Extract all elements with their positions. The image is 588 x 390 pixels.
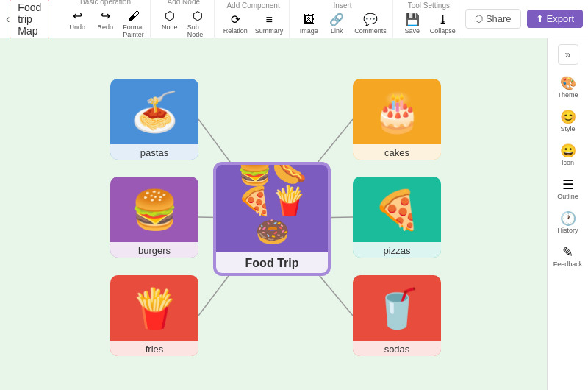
style-icon: 😊: [560, 110, 576, 124]
undo-icon: ↩: [73, 9, 82, 23]
sidebar: » 🎨 Theme 😊 Style 😀 Icon ☰ Outline 🕐 His…: [547, 38, 588, 390]
format-painter-label: Format Painter: [123, 24, 144, 38]
center-icon-area: 🍔🌭 🍕🍟 🍩: [216, 162, 328, 252]
comments-label: Comments: [354, 27, 387, 35]
icon-label: Icon: [562, 159, 574, 166]
toolbar-relation[interactable]: ⟳ Relation: [220, 11, 251, 36]
sidebar-toggle[interactable]: »: [558, 44, 578, 65]
summary-icon: ≡: [265, 13, 272, 26]
subnode-label: Sub Node: [187, 24, 208, 38]
burgers-icon-area: 🍔: [110, 177, 198, 242]
node-burgers[interactable]: 🍔 burgers: [110, 177, 198, 258]
sidebar-item-outline[interactable]: ☰ Outline: [548, 174, 588, 205]
toolbar-comments[interactable]: 💬 Comments: [351, 11, 390, 36]
toolbar-group-basic: Basic operation ↩ Undo ↪ Redo 🖌 Format P…: [61, 0, 151, 41]
toolbar: ‹ Food trip Map ↑ Basic operation ↩ Undo…: [0, 0, 588, 38]
export-icon: ⬆: [536, 13, 544, 24]
sidebar-item-feedback[interactable]: ✎ Feedback: [548, 241, 588, 272]
main-area: 🍝 pastas 🎂 cakes 🍔 burgers 🍕 pizzas 🍟 fr…: [0, 38, 588, 390]
toolbar-undo[interactable]: ↩ Undo: [64, 7, 90, 40]
sidebar-item-style[interactable]: 😊 Style: [548, 106, 588, 137]
toolbar-summary[interactable]: ≡ Summary: [252, 11, 287, 36]
toolbar-save[interactable]: 💾 Save: [399, 11, 426, 36]
node-label: Node: [162, 24, 178, 31]
toolbar-group-insert: Insert 🖼 Image 🔗 Link 💬 Comments: [293, 0, 393, 38]
theme-label: Theme: [557, 91, 578, 99]
toolbar-items-toolsettings: 💾 Save ⤓ Collapse: [399, 11, 459, 36]
node-center[interactable]: 🍔🌭 🍕🍟 🍩 Food Trip: [213, 162, 331, 276]
history-label: History: [557, 227, 578, 234]
sidebar-item-icon[interactable]: 😀 Icon: [548, 140, 588, 171]
page-title-box: Food trip Map ↑: [10, 0, 49, 40]
center-label: Food Trip: [216, 252, 328, 273]
group-title-addcomp: Add Component: [226, 1, 279, 10]
pastas-label: pastas: [110, 144, 198, 160]
toolbar-right: ⬡ Share ⬆ Export: [465, 9, 583, 29]
toolbar-collapse[interactable]: ⤓ Collapse: [427, 11, 459, 36]
save-icon: 💾: [405, 13, 420, 26]
node-sodas[interactable]: 🥤 sodas: [353, 275, 441, 356]
group-title-addnode: Add Node: [168, 0, 200, 6]
node-fries[interactable]: 🍟 fries: [110, 275, 198, 356]
toolbar-items-insert: 🖼 Image 🔗 Link 💬 Comments: [295, 11, 390, 36]
sidebar-item-history[interactable]: 🕐 History: [548, 208, 588, 238]
collapse-icon: ⤓: [438, 13, 448, 26]
sodas-label: sodas: [353, 341, 441, 356]
node-cakes[interactable]: 🎂 cakes: [353, 79, 441, 160]
cakes-icon-area: 🎂: [353, 79, 441, 144]
share-label: Share: [486, 13, 512, 24]
feedback-icon: ✎: [562, 246, 573, 259]
image-icon: 🖼: [303, 13, 315, 26]
style-label: Style: [560, 125, 575, 132]
page-title: Food trip Map: [18, 1, 41, 37]
history-icon: 🕐: [560, 212, 576, 225]
outline-label: Outline: [557, 193, 578, 200]
canvas[interactable]: 🍝 pastas 🎂 cakes 🍔 burgers 🍕 pizzas 🍟 fr…: [0, 38, 547, 390]
feedback-label: Feedback: [553, 260, 583, 268]
toolbar-items-basic: ↩ Undo ↪ Redo 🖌 Format Painter: [64, 7, 147, 40]
toolbar-image[interactable]: 🖼 Image: [295, 11, 322, 36]
fries-icon-area: 🍟: [110, 275, 198, 341]
relation-label: Relation: [223, 27, 248, 35]
toolbar-link[interactable]: 🔗 Link: [323, 11, 350, 36]
save-label: Save: [405, 27, 420, 35]
fries-label: fries: [110, 341, 198, 356]
toolbar-group-addnode: Add Node ⬡ Node ⬡ Sub Node: [154, 0, 215, 41]
outline-icon: ☰: [562, 178, 574, 191]
group-title-basic: Basic operation: [80, 0, 131, 6]
summary-label: Summary: [255, 27, 284, 35]
toolbar-node[interactable]: ⬡ Node: [157, 7, 183, 40]
toolbar-redo[interactable]: ↪ Redo: [92, 7, 118, 40]
export-button[interactable]: ⬆ Export: [527, 10, 584, 28]
icon-icon: 😀: [560, 144, 576, 157]
comments-icon: 💬: [363, 13, 378, 26]
node-pizzas[interactable]: 🍕 pizzas: [353, 177, 441, 258]
sidebar-item-theme[interactable]: 🎨 Theme: [548, 72, 588, 103]
cakes-label: cakes: [353, 144, 441, 160]
link-icon: 🔗: [329, 13, 344, 26]
group-title-toolsettings: Tool Settings: [408, 1, 450, 10]
toolbar-items-addnode: ⬡ Node ⬡ Sub Node: [157, 7, 211, 40]
pizzas-icon-area: 🍕: [353, 177, 441, 242]
share-button[interactable]: ⬡ Share: [465, 9, 521, 29]
link-label: Link: [331, 27, 343, 35]
node-pastas[interactable]: 🍝 pastas: [110, 79, 198, 160]
toolbar-items-addcomp: ⟳ Relation ≡ Summary: [220, 11, 287, 36]
toolbar-format-painter[interactable]: 🖌 Format Painter: [120, 7, 147, 40]
burgers-label: burgers: [110, 242, 198, 258]
format-painter-icon: 🖌: [128, 9, 140, 23]
toolbar-group-toolsettings: Tool Settings 💾 Save ⤓ Collapse: [396, 0, 462, 38]
pastas-icon-area: 🍝: [110, 79, 198, 144]
pizzas-label: pizzas: [353, 242, 441, 258]
undo-label: Undo: [69, 24, 85, 31]
toolbar-group-addcomp: Add Component ⟳ Relation ≡ Summary: [218, 0, 290, 38]
redo-icon: ↪: [101, 9, 110, 23]
redo-label: Redo: [97, 24, 113, 31]
sodas-icon-area: 🥤: [353, 275, 441, 341]
toolbar-subnode[interactable]: ⬡ Sub Node: [184, 7, 211, 40]
relation-icon: ⟳: [231, 13, 240, 26]
export-label: Export: [547, 13, 575, 24]
node-icon: ⬡: [165, 9, 175, 23]
image-label: Image: [300, 27, 318, 35]
group-title-insert: Insert: [334, 1, 352, 10]
